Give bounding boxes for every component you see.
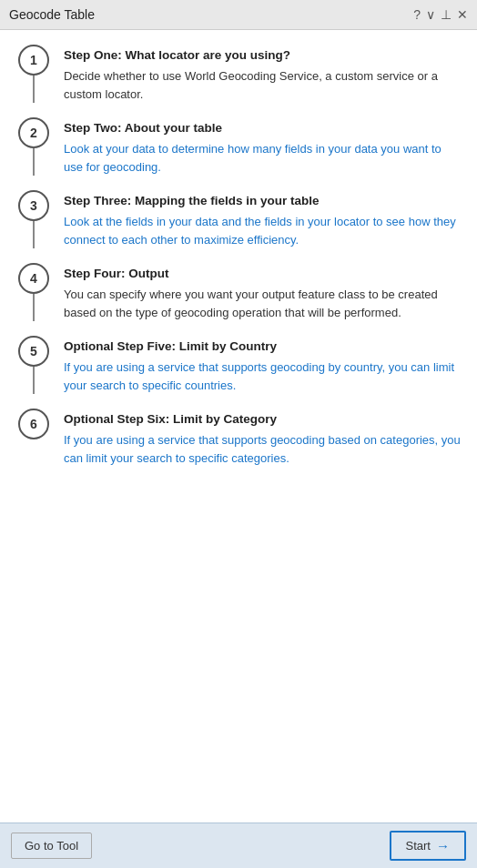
step-description: If you are using a service that supports… (64, 431, 462, 467)
step-description: If you are using a service that supports… (64, 358, 462, 394)
step-left: 3 (15, 190, 53, 248)
step-item: 1Step One: What locator are you using?De… (15, 45, 462, 117)
step-circle: 1 (18, 45, 49, 76)
goto-tool-button[interactable]: Go to Tool (11, 833, 92, 859)
help-icon[interactable]: ? (413, 7, 421, 22)
step-content: Optional Step Five: Limit by CountryIf y… (64, 336, 462, 409)
step-item: 4Step Four: OutputYou can specify where … (15, 263, 462, 336)
step-heading: Step Four: Output (64, 267, 462, 280)
step-circle: 5 (18, 336, 49, 367)
step-connector-line (33, 76, 35, 103)
step-connector-line (33, 294, 35, 321)
title-bar: Geocode Table ? ∨ ⊥ ✕ (0, 0, 477, 30)
step-item: 2Step Two: About your tableLook at your … (15, 117, 462, 190)
start-arrow-icon: → (436, 838, 450, 853)
step-content: Step One: What locator are you using?Dec… (64, 45, 462, 117)
window-title: Geocode Table (9, 7, 95, 22)
step-heading: Step Two: About your table (64, 121, 462, 135)
step-left: 4 (15, 263, 53, 321)
step-left: 1 (15, 45, 53, 103)
step-content: Step Three: Mapping the fields in your t… (64, 190, 462, 263)
step-left: 5 (15, 336, 53, 394)
start-button[interactable]: Start → (390, 831, 466, 861)
step-description: You can specify where you want your outp… (64, 286, 462, 321)
step-description: Look at your data to determine how many … (64, 140, 462, 176)
start-label: Start (406, 839, 431, 853)
step-circle: 2 (18, 117, 49, 148)
step-connector-line (33, 148, 35, 176)
step-item: 5Optional Step Five: Limit by CountryIf … (15, 336, 462, 409)
step-circle: 3 (18, 190, 49, 221)
collapse-icon[interactable]: ∨ (426, 7, 435, 22)
pin-icon[interactable]: ⊥ (441, 7, 452, 22)
step-circle: 6 (18, 409, 49, 439)
step-content: Optional Step Six: Limit by CategoryIf y… (64, 409, 462, 481)
main-content: 1Step One: What locator are you using?De… (0, 30, 477, 823)
step-item: 3Step Three: Mapping the fields in your … (15, 190, 462, 263)
step-description: Decide whether to use World Geocoding Se… (64, 67, 462, 103)
step-item: 6Optional Step Six: Limit by CategoryIf … (15, 409, 462, 481)
step-heading: Step Three: Mapping the fields in your t… (64, 194, 462, 207)
title-bar-controls: ? ∨ ⊥ ✕ (413, 7, 468, 22)
step-content: Step Two: About your tableLook at your d… (64, 117, 462, 190)
step-heading: Step One: What locator are you using? (64, 48, 462, 62)
step-connector-line (33, 367, 35, 394)
step-heading: Optional Step Five: Limit by Country (64, 339, 462, 353)
step-heading: Optional Step Six: Limit by Category (64, 412, 462, 426)
footer: Go to Tool Start → (0, 823, 477, 868)
step-left: 6 (15, 409, 53, 439)
step-content: Step Four: OutputYou can specify where y… (64, 263, 462, 336)
close-icon[interactable]: ✕ (457, 7, 468, 22)
step-description: Look at the fields in your data and the … (64, 213, 462, 248)
step-circle: 4 (18, 263, 49, 294)
steps-list: 1Step One: What locator are you using?De… (15, 45, 462, 481)
step-left: 2 (15, 117, 53, 176)
step-connector-line (33, 221, 35, 248)
